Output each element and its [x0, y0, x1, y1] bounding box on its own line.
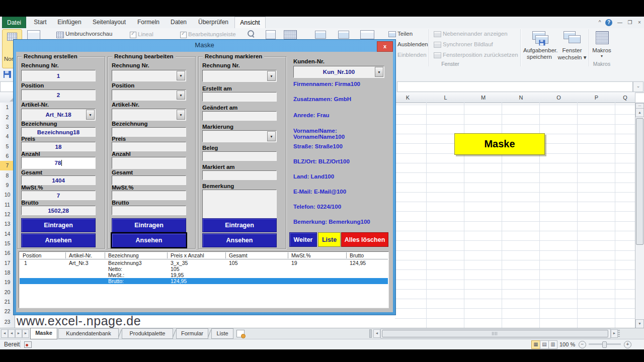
column-header-L[interactable]: L [427, 93, 465, 103]
scroll-up-icon[interactable]: ▲ [635, 108, 644, 117]
zoom-in-icon[interactable]: + [624, 341, 631, 348]
scrollbar-resize-grip[interactable] [618, 329, 620, 337]
tab-datei[interactable]: Datei [2, 17, 26, 29]
tab-start[interactable]: Start [28, 17, 52, 28]
prev-sheet-icon[interactable]: ◄ [8, 329, 15, 338]
gesamt-field[interactable] [112, 175, 186, 185]
list-row[interactable]: 1 Art_Nr.3 Bezeichnung3 3_x_35 105 19 12… [20, 260, 388, 266]
bearbeitungsleiste-label[interactable]: Bearbeitungsleiste [188, 31, 236, 37]
weiter-button[interactable]: Weiter [289, 232, 317, 247]
tab-daten[interactable]: Daten [165, 17, 192, 28]
bemerkung-textarea[interactable] [202, 190, 277, 219]
maske-macro-button[interactable]: Maske [454, 133, 545, 155]
list-row[interactable]: MwSt.: 19,95 [20, 272, 388, 278]
brutto-field[interactable] [112, 206, 186, 215]
page-layout-icon[interactable] [27, 30, 40, 40]
dialog-close-button[interactable]: x [377, 41, 393, 52]
position-field[interactable]: 2 [21, 89, 96, 101]
umbruchvorschau-label[interactable]: Umbruchvorschau [65, 31, 112, 37]
geaendert-am-field[interactable] [202, 111, 277, 121]
bearbeitungsleiste-checkbox[interactable] [180, 32, 187, 38]
help-icon[interactable]: ? [605, 19, 612, 26]
fenster-wechseln-button[interactable]: Fenster wechseln ▾ [556, 28, 588, 68]
last-sheet-icon[interactable]: ► [22, 329, 29, 338]
save-icon[interactable] [4, 71, 11, 78]
markierung-combo[interactable] [202, 130, 277, 142]
ansehen-button[interactable]: Ansehen [202, 233, 277, 247]
beleg-field[interactable] [202, 151, 277, 161]
mwst-field[interactable]: 7 [21, 191, 96, 200]
column-header-M[interactable]: M [464, 93, 503, 103]
zoom-100-icon[interactable] [266, 30, 276, 39]
rechnung-nr-combo[interactable] [112, 70, 186, 81]
tab-ueberpruefen[interactable]: Überprüfen [193, 17, 233, 28]
dropdown-button[interactable] [267, 71, 276, 81]
macro-record-icon[interactable] [24, 341, 32, 348]
teilen-label[interactable]: Teilen [397, 31, 413, 37]
insert-worksheet-icon[interactable] [236, 330, 245, 337]
preis-field[interactable]: 18 [21, 142, 96, 151]
tab-formeln[interactable]: Formeln [133, 17, 164, 28]
view-page-break-icon[interactable]: ▥ [548, 340, 557, 349]
ausblenden-label[interactable]: Ausblenden [397, 41, 428, 47]
artikel-nr-combo[interactable] [112, 109, 186, 121]
position-combo[interactable] [112, 89, 186, 101]
brutto-field[interactable]: 1502,28 [21, 206, 96, 215]
ribbon-collapse-icon[interactable]: ^ [596, 19, 604, 26]
zoom-out-icon[interactable]: − [579, 341, 586, 348]
mwst-field[interactable] [112, 191, 186, 200]
dropdown-button[interactable] [375, 67, 383, 77]
zoom-slider-thumb[interactable] [602, 341, 607, 348]
list-row-selected[interactable]: Brutto: 124,95 [20, 278, 388, 284]
zoom-level-label[interactable]: 100 % [559, 341, 575, 347]
anzahl-field[interactable] [112, 157, 186, 169]
freeze-panes-icon[interactable] [360, 30, 374, 39]
scroll-down-icon[interactable]: ▼ [635, 319, 644, 328]
sheet-tab-kundendatenbank[interactable]: Kundendatenbank [58, 328, 119, 339]
minimize-icon[interactable]: — [616, 19, 624, 26]
aufgabenbereich-speichern-button[interactable]: Aufgabenber. speichern [523, 28, 555, 68]
sheet-tab-produktpalette[interactable]: Produktpalette [122, 328, 173, 339]
liste-button[interactable]: Liste [318, 232, 341, 247]
rechnung-nr-combo[interactable] [202, 70, 277, 82]
kunden-nr-combo[interactable]: Kun_Nr.100 [293, 66, 384, 78]
erstellt-am-field[interactable] [202, 92, 277, 102]
dropdown-button[interactable] [86, 110, 95, 120]
column-header-P[interactable]: P [578, 93, 616, 103]
hscroll-right-icon[interactable]: ► [611, 329, 618, 338]
horizontal-scrollbar[interactable] [380, 329, 611, 338]
zoom-lens-icon[interactable] [248, 30, 254, 37]
row-header-23[interactable]: 23 [0, 316, 15, 328]
next-sheet-icon[interactable]: ► [15, 329, 22, 338]
new-window-icon[interactable] [315, 31, 326, 39]
dropdown-button[interactable] [177, 71, 185, 80]
restore-icon[interactable]: ❐ [626, 19, 634, 26]
column-header-O[interactable]: O [540, 93, 578, 103]
formula-bar-expand-icon[interactable]: ⌄ [633, 81, 643, 92]
tab-seitenlayout[interactable]: Seitenlayout [87, 17, 132, 28]
anzahl-field-focused[interactable]: 78 [21, 157, 96, 169]
gesamt-field[interactable]: 1404 [21, 175, 96, 185]
name-box[interactable] [0, 81, 15, 92]
eintragen-button[interactable]: Eintragen [202, 218, 277, 232]
lineal-checkbox[interactable] [130, 32, 136, 38]
close-icon[interactable]: × [635, 19, 643, 26]
tab-einfuegen[interactable]: Einfügen [53, 17, 86, 28]
vertical-scroll-thumb[interactable] [636, 118, 643, 245]
tab-ansicht[interactable]: Ansicht [234, 17, 266, 29]
eintragen-button[interactable]: Eintragen [21, 218, 96, 232]
lineal-label[interactable]: Lineal [138, 31, 153, 37]
arrange-all-icon[interactable] [338, 31, 349, 39]
formula-input[interactable] [397, 81, 633, 92]
ansehen-button-focused[interactable]: Ansehen [112, 233, 186, 247]
first-sheet-icon[interactable]: ◄ [1, 329, 8, 338]
invoice-listbox[interactable]: Position Artikel-Nr. Bezeichnung Preis x… [19, 251, 389, 308]
tab-split-handle[interactable] [369, 329, 372, 338]
vertical-scrollbar[interactable]: — ▲ ▼ [635, 103, 644, 329]
sheet-tab-maske[interactable]: Maske [30, 328, 57, 339]
zoom-selection-icon[interactable] [284, 30, 297, 39]
einblenden-label[interactable]: Einblenden [397, 52, 427, 58]
rechnung-nr-field[interactable]: 1 [21, 70, 96, 81]
list-row[interactable]: Netto: 105 [20, 266, 388, 272]
preis-field[interactable] [112, 142, 186, 151]
